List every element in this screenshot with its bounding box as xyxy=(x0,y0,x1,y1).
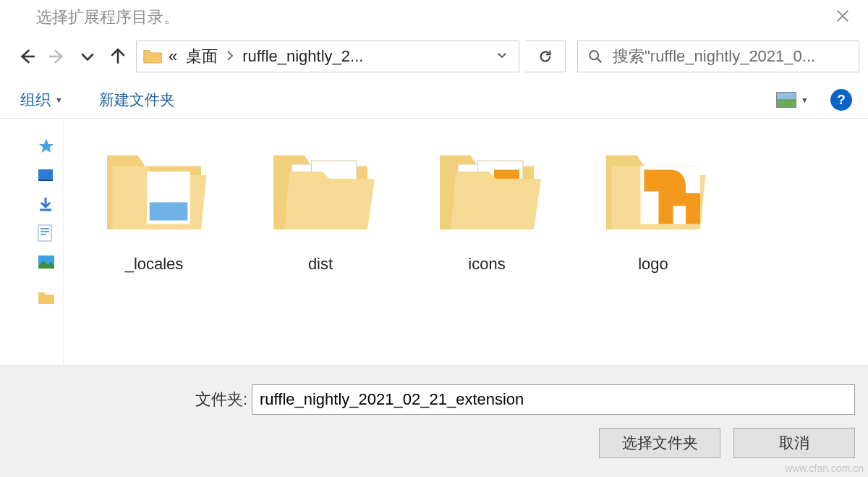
chevron-down-icon: ▼ xyxy=(801,96,809,104)
help-icon[interactable]: ? xyxy=(830,89,852,111)
pictures-icon[interactable] xyxy=(0,248,63,277)
svg-rect-2 xyxy=(38,180,53,181)
folder-shortcut-icon[interactable] xyxy=(0,277,63,305)
view-mode-button[interactable]: ▼ xyxy=(772,89,813,111)
breadcrumb-current[interactable]: ruffle_nightly_2... xyxy=(242,47,363,66)
folder-field-label: 文件夹: xyxy=(13,389,252,410)
folder-icon xyxy=(266,139,375,248)
svg-rect-3 xyxy=(38,225,51,241)
documents-icon[interactable] xyxy=(0,219,63,248)
svg-rect-1 xyxy=(38,169,53,180)
chevron-down-icon[interactable] xyxy=(485,48,519,64)
downloads-icon[interactable] xyxy=(0,190,63,219)
folder-item-logo[interactable]: logo xyxy=(592,139,715,379)
chevron-right-icon xyxy=(226,51,234,63)
refresh-icon[interactable] xyxy=(525,41,566,72)
chevron-down-icon: ▼ xyxy=(55,96,63,104)
desktop-icon[interactable] xyxy=(0,161,63,190)
folder-item-locales[interactable]: _locales xyxy=(93,139,216,379)
folder-label: _locales xyxy=(93,255,216,274)
search-input[interactable]: 搜索"ruffle_nightly_2021_0... xyxy=(577,41,859,72)
folder-icon xyxy=(142,48,163,65)
recent-dropdown-icon[interactable] xyxy=(75,43,100,69)
organize-button[interactable]: 组织 ▼ xyxy=(16,87,67,113)
chrome-icon xyxy=(10,8,29,27)
quick-access-icon[interactable] xyxy=(0,132,63,161)
watermark: www.cfan.com.cn xyxy=(785,463,864,474)
folder-label: logo xyxy=(592,255,715,274)
folder-icon xyxy=(100,139,208,248)
svg-point-0 xyxy=(590,51,598,59)
folder-icon xyxy=(599,139,707,248)
folder-label: dist xyxy=(259,255,382,274)
new-folder-button[interactable]: 新建文件夹 xyxy=(95,87,179,113)
back-icon[interactable] xyxy=(14,43,39,69)
breadcrumb-prefix: « xyxy=(169,47,177,66)
folder-icon xyxy=(433,139,541,248)
folder-label: icons xyxy=(425,255,548,274)
address-bar[interactable]: « 桌面 ruffle_nightly_2... xyxy=(136,41,519,72)
search-placeholder: 搜索"ruffle_nightly_2021_0... xyxy=(613,46,815,67)
breadcrumb-desktop[interactable]: 桌面 xyxy=(186,46,218,67)
window-title: 选择扩展程序目录。 xyxy=(36,7,179,28)
cancel-button[interactable]: 取消 xyxy=(733,428,855,458)
quick-access-sidebar xyxy=(0,119,64,400)
select-folder-button[interactable]: 选择文件夹 xyxy=(599,428,720,458)
folder-item-dist[interactable]: dist xyxy=(259,139,382,379)
folder-name-input[interactable] xyxy=(252,384,855,415)
folder-item-icons[interactable]: icons xyxy=(425,139,548,379)
up-icon[interactable] xyxy=(106,43,130,69)
folder-grid: _locales dist icons logo xyxy=(64,119,868,400)
forward-icon[interactable] xyxy=(45,43,69,69)
close-icon[interactable] xyxy=(827,3,858,32)
search-icon xyxy=(578,48,613,64)
picture-icon xyxy=(776,92,796,108)
svg-rect-6 xyxy=(150,203,188,221)
